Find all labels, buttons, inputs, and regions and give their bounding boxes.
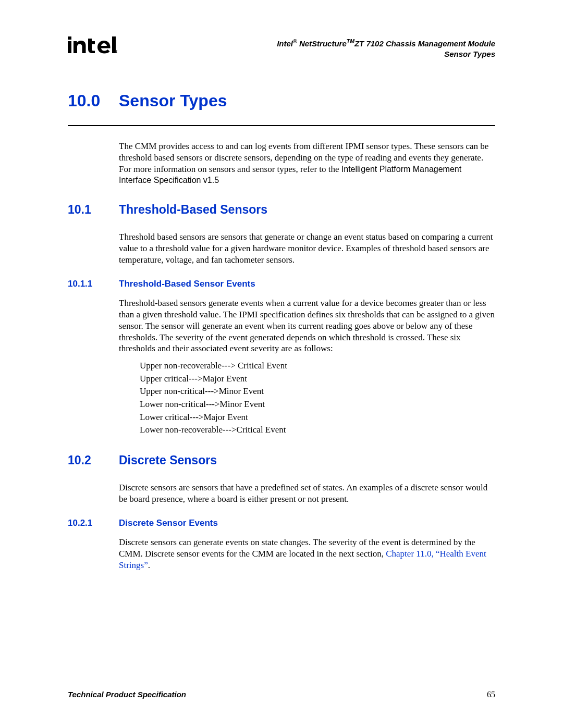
list-item: Lower critical--->Major Event xyxy=(140,411,495,424)
subsection-10-1: 10.1Threshold-Based Sensors xyxy=(68,203,495,217)
threshold-list: Upper non-recoverable---> Critical Event… xyxy=(140,360,495,437)
subsection-10-2-1: 10.2.1Discrete Sensor Events xyxy=(68,518,495,528)
footer-page-number: 65 xyxy=(487,690,495,699)
page-header: R Intel® NetStructureTMZT 7102 Chassis M… xyxy=(68,36,495,60)
list-item: Upper critical--->Major Event xyxy=(140,373,495,386)
svg-text:R: R xyxy=(117,51,117,53)
paragraph-10-1: Threshold based sensors are sensors that… xyxy=(119,231,495,265)
header-text: Intel® NetStructureTMZT 7102 Chassis Man… xyxy=(277,36,495,60)
paragraph-10-2-1: Discrete sensors can generate events on … xyxy=(119,537,495,571)
intro-paragraph: The CMM provides access to and can log e… xyxy=(119,141,495,186)
subsection-10-2: 10.2Discrete Sensors xyxy=(68,453,495,467)
list-item: Lower non-recoverable--->Critical Event xyxy=(140,424,495,437)
paragraph-10-2: Discrete sensors are sensors that have a… xyxy=(119,482,495,505)
footer-doc-name: Technical Product Specification xyxy=(68,690,186,699)
section-number: 10.0 xyxy=(68,91,119,110)
title-rule xyxy=(68,125,495,126)
svg-rect-1 xyxy=(68,36,71,40)
list-item: Lower non-critical--->Minor Event xyxy=(140,398,495,411)
paragraph-10-1-1: Threshold-based sensors generate events … xyxy=(119,298,495,354)
subsection-10-1-1: 10.1.1Threshold-Based Sensor Events xyxy=(68,279,495,289)
section-title-text: Sensor Types xyxy=(119,91,227,110)
list-item: Upper non-recoverable---> Critical Event xyxy=(140,360,495,373)
intel-logo: R xyxy=(68,36,117,60)
doc-title-line2: Sensor Types xyxy=(277,49,495,59)
list-item: Upper non-critical--->Minor Event xyxy=(140,385,495,398)
page-footer: Technical Product Specification 65 xyxy=(68,690,495,699)
doc-title-line1: Intel® NetStructureTMZT 7102 Chassis Man… xyxy=(277,38,495,49)
section-title: 10.0Sensor Types xyxy=(68,91,495,110)
svg-rect-0 xyxy=(68,41,71,53)
svg-rect-2 xyxy=(112,36,116,53)
